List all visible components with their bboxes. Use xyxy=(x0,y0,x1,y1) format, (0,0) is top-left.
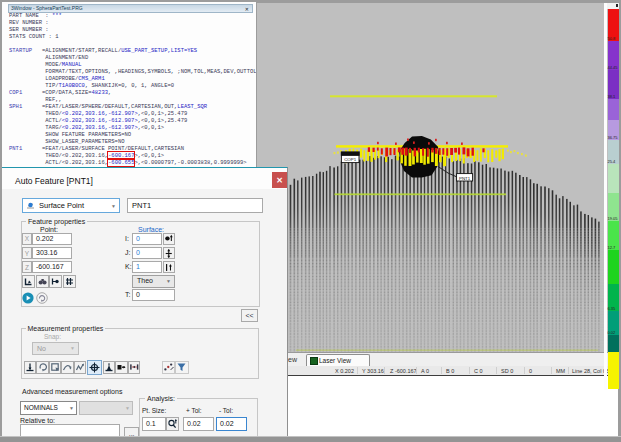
svg-text:PNT1: PNT1 xyxy=(459,176,471,181)
svg-text:COP1: COP1 xyxy=(344,157,357,162)
